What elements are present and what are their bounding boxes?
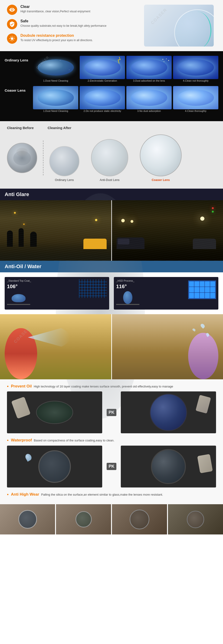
water-drop-1 (200, 323, 206, 329)
bottom-img-2-content (56, 504, 111, 534)
standard-degree: 106° (7, 284, 18, 290)
ordinary-caption-1: 1.Dust Need Cleaning (33, 79, 78, 82)
bottom-images (0, 504, 223, 534)
anti-high-wear-desc: Palling the silica on the surface,an ele… (41, 493, 163, 496)
pk-box-right-1 (121, 392, 216, 433)
lens-wiping (36, 401, 73, 424)
glare-left-panel (0, 200, 111, 261)
bottom-img-1-content (0, 504, 55, 534)
coaser-img-1 (33, 86, 78, 109)
bullet-anti-high-wear: • (7, 492, 8, 497)
comparison-section: Ordinary Lens COASER (0, 51, 223, 121)
anti-high-wear-content: Anti High Wear Palling the silica on the… (11, 492, 163, 497)
svg-point-6 (164, 62, 165, 62)
bottom-img-1 (0, 504, 55, 534)
bottom-img-2 (56, 504, 111, 534)
lens-product-image: COASER (144, 5, 214, 46)
surface-2 (116, 304, 139, 305)
pk-row-waterproof: PK (7, 446, 216, 488)
person-water-gun (5, 328, 37, 379)
hsd-degree: 116° (116, 284, 127, 290)
coaser-img-2 (80, 86, 125, 109)
svg-line-2 (118, 60, 119, 64)
anti-high-wear-title: Anti High Wear (11, 492, 39, 496)
water-splash-section: COASER (0, 314, 223, 379)
coaser-caption-4: 4.Clean thoroughly (173, 109, 218, 112)
water-droplet-on-lens (24, 452, 33, 462)
features-list: Clear High transmittance, clear vision,P… (7, 5, 137, 46)
pk-box-3-content (7, 446, 102, 488)
coaser-glow-3 (131, 90, 167, 106)
prevent-oil-title: Prevent Oil (11, 384, 32, 388)
pk-label-2: PK (105, 446, 118, 488)
splash-right (112, 314, 223, 379)
sun-svg (9, 36, 15, 42)
anti-glare-title: Anti Glare (5, 192, 218, 198)
coaser-clean-label: Coaser Lens (152, 178, 170, 182)
clean-img-anti-dust: Anti-Dust Lens (91, 139, 128, 182)
hsd-label: _HSD Process_ (116, 279, 134, 282)
standard-coat-label: _Standard Top Coat_ (7, 279, 31, 282)
rain-overlay (0, 200, 111, 261)
anti-dust-circle (91, 139, 128, 176)
ordinary-content: COASER (33, 56, 218, 82)
coaser-content: 1.Dust Need Cleaning 2.Do not produce st… (33, 86, 218, 112)
clear-title: Clear (20, 5, 90, 9)
double-desc: To resist UV effectively,to proect your … (20, 38, 93, 42)
ordinary-caption-4: 4.Clean not thoroughly (173, 79, 218, 82)
droplet-1-area (7, 291, 35, 305)
dashed-line (43, 140, 43, 175)
ordinary-label: Ordinary Lens (5, 56, 30, 62)
splash-left: COASER (0, 314, 111, 379)
ordinary-img-1: COASER (33, 56, 78, 79)
rain-overlay-right (112, 200, 223, 261)
bottom-img-3-content (112, 504, 167, 534)
clean-img-coaser: Coaser Lens (140, 134, 182, 182)
glare-divider (111, 200, 112, 261)
bullet-prevent-oil: • (7, 384, 8, 389)
cleaning-before-label: Cleaning Before (7, 126, 34, 130)
cleaning-images-area: Ordinary Lens Anti-Dust Lens Coaser Lens (7, 132, 216, 184)
ordinary-clean-label: Ordinary Lens (55, 178, 74, 182)
clear-lens-2 (151, 449, 186, 484)
coaser-images (33, 86, 218, 109)
pk-box-1-content (7, 392, 102, 433)
angle-box-standard: _Standard Top Coat_ 106° (5, 277, 109, 310)
clean-img-ordinary: Ordinary Lens (49, 146, 79, 182)
benefit-anti-high-wear: • Anti High Wear Palling the silica on t… (7, 492, 216, 497)
blue-lens (150, 394, 187, 431)
droplet-2-area (116, 291, 144, 305)
wiping-cloth (11, 396, 31, 419)
coaser-captions: 1.Dust Need Cleaning 2.Do not produce st… (33, 109, 218, 112)
bullet-waterproof: • (7, 438, 8, 442)
double-text: Doubule resistance protection To resist … (20, 34, 93, 42)
features-section: Clear High transmittance, clear vision,P… (0, 0, 223, 51)
shield-svg (9, 21, 15, 27)
lens-bottom-1 (18, 510, 37, 529)
ordinary-img-2 (80, 56, 125, 79)
bottom-img-4 (168, 504, 223, 534)
coaser-img-3 (126, 86, 172, 109)
clear-icon (7, 5, 17, 15)
lens-bottom-3 (130, 510, 149, 529)
bottom-img-3 (112, 504, 167, 534)
cleaning-header: Cleaning Before Cleaning After (7, 126, 216, 130)
pk-box-left-1 (7, 392, 102, 433)
spark-icon (116, 57, 123, 64)
waterproof-content: Waterproof Based on compactness of the s… (11, 438, 114, 443)
water-droplet-2 (123, 291, 132, 304)
anti-dust-clean-label: Anti-Dust Lens (100, 178, 119, 182)
water-droplet-1 (12, 294, 25, 302)
wiping-cloth-2 (196, 395, 211, 414)
ordinary-captions: 1.Dust Need Cleaning 2.Electrostatic Gen… (33, 79, 218, 82)
water-drop-3 (192, 328, 196, 332)
svg-line-0 (119, 57, 120, 60)
dirty-circle (7, 143, 37, 173)
coaser-img-4 (173, 86, 218, 109)
dust-icon (161, 57, 170, 64)
ordinary-img-3 (126, 56, 172, 79)
cleaning-img-dirty (7, 143, 37, 173)
waterproof-title: Waterproof (11, 438, 32, 442)
lens-arc-shape (184, 12, 211, 46)
lens-glow-4 (178, 59, 214, 76)
